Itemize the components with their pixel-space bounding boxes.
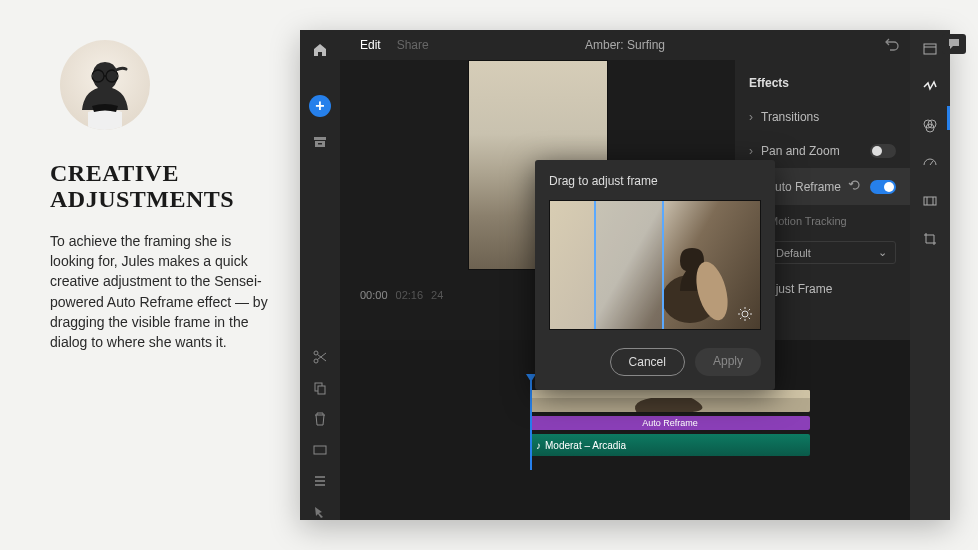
svg-rect-4 [314,137,326,140]
timecode-current: 00:00 [360,289,388,301]
cancel-button[interactable]: Cancel [610,348,685,376]
trash-icon[interactable] [308,410,332,427]
svg-point-8 [314,359,318,363]
action-rail [910,30,950,520]
comment-icon[interactable] [942,34,966,54]
timecode-duration: 02:16 [396,289,424,301]
video-track[interactable] [530,390,810,412]
meter-icon[interactable] [919,152,941,174]
svg-point-7 [314,351,318,355]
apply-button[interactable]: Apply [695,348,761,376]
fx-icon[interactable] [919,76,941,98]
tab-edit[interactable]: Edit [360,38,381,52]
persona-title: CREATIVE ADJUSTMENTS [50,160,270,213]
toggle-auto-reframe[interactable] [870,180,896,194]
playhead[interactable] [530,380,532,470]
list-icon[interactable] [308,472,332,489]
archive-icon[interactable] [308,130,332,154]
persona-body: To achieve the framing she is looking fo… [50,231,270,353]
topbar: Edit Share Amber: Surfing [340,30,910,60]
project-title: Amber: Surfing [585,38,665,52]
svg-rect-13 [530,390,810,398]
arrow-icon[interactable] [308,503,332,520]
svg-rect-23 [924,197,936,205]
surfer-figure [660,229,730,329]
dialog-title: Drag to adjust frame [549,174,761,188]
chevron-right-icon: › [749,110,753,124]
app-window: + Edit Share Amber: Surfing 00:00 [300,30,950,520]
timecode-fps: 24 [431,289,443,301]
svg-line-22 [930,161,933,165]
tab-share[interactable]: Share [397,38,429,52]
reset-icon[interactable] [848,178,862,195]
svg-rect-10 [318,386,325,394]
music-note-icon: ♪ [536,440,541,451]
effects-title: Effects [735,70,910,100]
draggable-frame[interactable] [594,201,664,329]
tracks: Auto Reframe ♪ Moderat – Arcadia [530,390,810,460]
toggle-pan-zoom[interactable] [870,144,896,158]
crop-icon[interactable] [919,228,941,250]
svg-rect-6 [318,143,322,145]
motion-tracking-select[interactable]: Default ⌄ [767,241,896,264]
autoreframe-track[interactable]: Auto Reframe [530,416,810,430]
persona-panel: CREATIVE ADJUSTMENTS To achieve the fram… [0,0,300,550]
frame-icon[interactable] [308,441,332,458]
svg-rect-17 [924,44,936,54]
undo-icon[interactable] [884,36,900,55]
chevron-right-icon: › [749,144,753,158]
panel-icon[interactable] [919,38,941,60]
scissors-icon[interactable] [308,348,332,365]
chevron-down-icon: ⌄ [878,246,887,259]
adjust-frame-dialog: Drag to adjust frame Cancel Apply [535,160,775,390]
main-area: Edit Share Amber: Surfing 00:00 02:16 24 [340,30,910,520]
audio-track[interactable]: ♪ Moderat – Arcadia [530,434,810,456]
gear-icon[interactable] [736,305,754,323]
active-indicator [947,106,950,130]
avatar [60,40,150,130]
color-icon[interactable] [919,114,941,136]
tool-rail [300,340,340,520]
svg-rect-11 [314,446,326,454]
home-icon[interactable] [308,38,332,62]
aspect-icon[interactable] [919,190,941,212]
add-button[interactable]: + [308,94,332,118]
audio-track-label: Moderat – Arcadia [545,440,626,451]
svg-point-16 [742,311,748,317]
dialog-image [549,200,761,330]
effects-transitions[interactable]: › Transitions [735,100,910,134]
copy-icon[interactable] [308,379,332,396]
